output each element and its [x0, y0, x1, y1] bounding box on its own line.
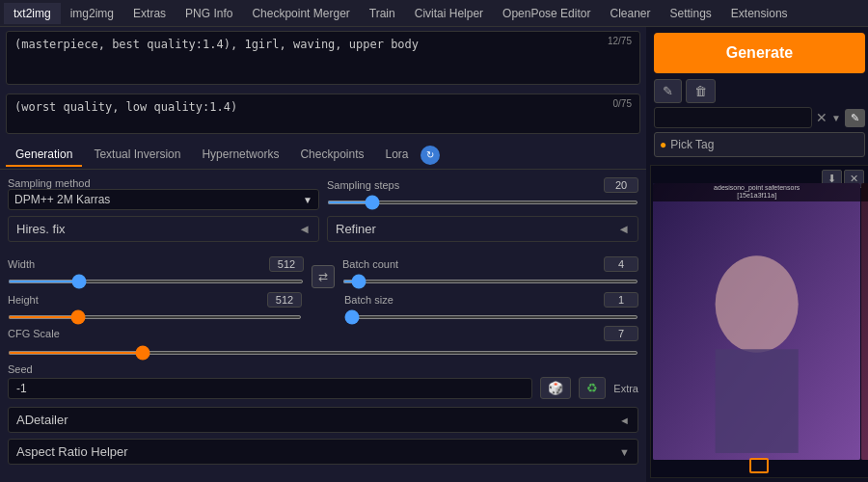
height-value: 512 — [267, 292, 302, 308]
image-strip: adesisono_point safetensors[15e1a3f11a] … — [651, 166, 868, 477]
batch-count-value: 4 — [604, 256, 638, 272]
svg-point-1 — [716, 255, 799, 352]
style-input[interactable] — [654, 107, 812, 128]
positive-prompt-area: (masterpiece, best quality:1.4), 1girl, … — [6, 31, 640, 88]
positive-prompt-input[interactable]: (masterpiece, best quality:1.4), 1girl, … — [6, 31, 640, 85]
adetailer-row[interactable]: ADetailer ◄ — [8, 407, 638, 433]
output-area: ⬇ ✕ adesisono_point safetensors[15e1a3f1… — [650, 165, 868, 478]
pick-tag-button[interactable]: ● Pick Tag — [654, 132, 865, 157]
width-slider[interactable] — [8, 280, 304, 283]
negative-prompt-counter: 0/75 — [610, 97, 635, 110]
batch-size-slider[interactable] — [344, 315, 638, 319]
style-dropdown-icon[interactable]: ▼ — [831, 113, 841, 123]
svg-rect-3 — [861, 183, 868, 460]
style-clear-icon[interactable]: ✕ — [816, 110, 827, 125]
pencil-button[interactable]: ✎ — [654, 79, 682, 103]
nav-png-info[interactable]: PNG Info — [176, 3, 242, 24]
output-orange-button[interactable] — [749, 458, 769, 473]
aspect-ratio-arrow-icon: ▼ — [619, 446, 630, 458]
batch-count-slider[interactable] — [342, 280, 638, 283]
nav-txt2img[interactable]: txt2img — [4, 3, 61, 24]
image-caption-1: furusato_v10 safetensors[a6f8281274] — [861, 183, 868, 201]
height-slider-wrap — [8, 308, 302, 322]
width-slider-wrap — [8, 272, 304, 286]
trash-button[interactable]: 🗑 — [686, 79, 716, 103]
top-nav: txt2img img2img Extras PNG Info Checkpoi… — [0, 0, 868, 27]
sampling-method-label: Sampling method — [8, 177, 319, 189]
tabs-row: Generation Textual Inversion Hypernetwor… — [0, 141, 646, 170]
hires-fix-row[interactable]: Hires. fix ◄ — [8, 216, 319, 242]
hires-fix-label: Hires. fix — [16, 222, 66, 236]
tab-generation[interactable]: Generation — [6, 144, 82, 167]
batch-count-slider-wrap — [342, 272, 638, 286]
batch-size-label: Batch size — [344, 294, 441, 306]
nav-settings[interactable]: Settings — [661, 3, 721, 24]
style-row: ✕ ▼ ✎ — [646, 107, 868, 132]
seed-dice-button[interactable]: 🎲 — [540, 377, 571, 399]
generate-area: Generate — [646, 27, 868, 79]
sampling-steps-value: 20 — [604, 177, 638, 193]
aspect-ratio-label: Aspect Ratio Helper — [16, 444, 128, 459]
nav-cleaner[interactable]: Cleaner — [600, 3, 660, 24]
height-group: Height 512 — [8, 292, 302, 322]
image-thumb-0[interactable]: adesisono_point safetensors[15e1a3f11a] — [653, 183, 860, 460]
width-value: 512 — [269, 256, 304, 272]
sampling-steps-slider[interactable] — [327, 201, 638, 204]
nav-extensions[interactable]: Extensions — [721, 3, 798, 24]
cfg-scale-value: 7 — [604, 326, 638, 341]
extra-button[interactable]: Extra — [613, 383, 638, 394]
aspect-ratio-row[interactable]: Aspect Ratio Helper ▼ — [8, 439, 638, 465]
nav-checkpoint-merger[interactable]: Checkpoint Merger — [242, 3, 359, 24]
tab-textual-inversion[interactable]: Textual Inversion — [84, 144, 190, 167]
cfg-scale-slider[interactable] — [8, 351, 638, 355]
adetailer-arrow-icon: ◄ — [619, 415, 630, 426]
batch-size-value: 1 — [604, 292, 638, 308]
cfg-scale-slider-wrap — [8, 343, 638, 358]
seed-group: Seed 🎲 ♻ Extra — [8, 363, 638, 399]
refiner-label: Refiner — [336, 222, 376, 236]
nav-civitai[interactable]: Civitai Helper — [405, 3, 493, 24]
refresh-tab-icon[interactable]: ↻ — [420, 146, 440, 165]
gen-actions: ✎ 🗑 — [646, 79, 868, 107]
sampling-method-value: DPM++ 2M Karras — [14, 193, 110, 206]
swap-icon-wrap: ⇄ — [312, 254, 335, 288]
nav-extras[interactable]: Extras — [123, 3, 176, 24]
negative-prompt-input[interactable]: (worst quality, low quality:1.4) — [6, 94, 640, 134]
sampling-method-select[interactable]: DPM++ 2M Karras ▼ — [8, 189, 319, 210]
tab-hypernetworks[interactable]: Hypernetworks — [192, 144, 288, 167]
sampling-steps-label: Sampling steps — [327, 179, 423, 191]
height-slider[interactable] — [8, 315, 302, 319]
nav-img2img[interactable]: img2img — [61, 3, 123, 24]
cfg-scale-group: CFG Scale 7 — [8, 326, 638, 358]
apply-style-button[interactable]: ✎ — [845, 109, 865, 127]
nav-openpose[interactable]: OpenPose Editor — [493, 3, 600, 24]
svg-rect-2 — [716, 349, 799, 453]
height-label: Height — [8, 294, 104, 306]
positive-prompt-counter: 12/75 — [605, 35, 635, 47]
batch-count-label: Batch count — [342, 258, 439, 270]
left-panel: (masterpiece, best quality:1.4), 1girl, … — [0, 27, 646, 482]
width-label: Width — [8, 258, 104, 270]
sampling-steps-group: Sampling steps 20 — [327, 177, 638, 210]
tab-lora[interactable]: Lora — [376, 144, 419, 167]
batch-size-slider-wrap — [344, 308, 638, 322]
pick-tag-dot-icon: ● — [660, 138, 666, 151]
adetailer-label: ADetailer — [16, 413, 68, 427]
nav-train[interactable]: Train — [360, 3, 405, 24]
image-thumb-1[interactable]: furusato_v10 safetensors[a6f8281274] — [861, 183, 868, 460]
controls-area: Sampling method DPM++ 2M Karras ▼ Sampli… — [0, 170, 646, 482]
tab-checkpoints[interactable]: Checkpoints — [290, 144, 373, 167]
output-bottom-controls — [749, 458, 769, 473]
right-panel: Generate ✎ 🗑 ✕ ▼ ✎ ● Pick Tag ⬇ ✕ — [646, 27, 868, 482]
seed-input[interactable] — [8, 378, 532, 399]
width-group: Width 512 — [8, 256, 304, 286]
seed-recycle-button[interactable]: ♻ — [579, 377, 606, 399]
pick-tag-label: Pick Tag — [670, 138, 714, 151]
refiner-row[interactable]: Refiner ◄ — [327, 216, 638, 242]
sampling-method-arrow: ▼ — [303, 195, 312, 205]
swap-dimensions-icon[interactable]: ⇄ — [312, 265, 335, 288]
main-layout: (masterpiece, best quality:1.4), 1girl, … — [0, 27, 868, 482]
generate-button[interactable]: Generate — [654, 33, 865, 73]
sampling-method-group: Sampling method DPM++ 2M Karras ▼ — [8, 177, 319, 210]
batch-size-group: Batch size 1 — [344, 292, 638, 322]
